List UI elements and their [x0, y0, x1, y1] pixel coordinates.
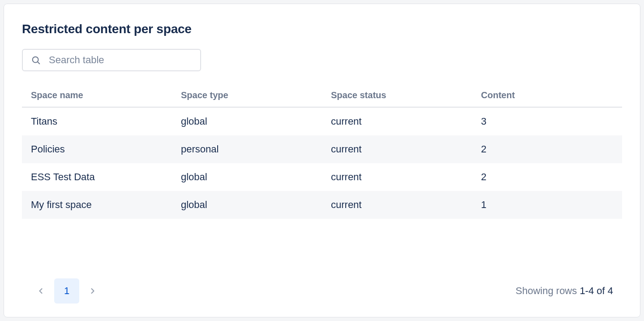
- row-range: 1-4: [580, 285, 594, 296]
- cell-content: 1: [472, 191, 622, 219]
- table-row: Titans global current 3: [22, 107, 622, 135]
- column-header-space-name[interactable]: Space name: [22, 86, 172, 107]
- cell-space-status: current: [322, 135, 472, 163]
- cell-space-status: current: [322, 191, 472, 219]
- table-footer: 1 Showing rows 1-4 of 4: [22, 278, 622, 304]
- chevron-left-icon: [36, 286, 45, 295]
- row-total: 4: [608, 285, 613, 296]
- cell-space-name: ESS Test Data: [22, 163, 172, 191]
- column-header-space-type[interactable]: Space type: [172, 86, 322, 107]
- svg-line-1: [38, 62, 39, 64]
- cell-space-status: current: [322, 107, 472, 135]
- cell-content: 2: [472, 135, 622, 163]
- row-count-info: Showing rows 1-4 of 4: [515, 285, 613, 297]
- cell-space-name: Policies: [22, 135, 172, 163]
- pagination-next-button[interactable]: [83, 281, 103, 301]
- page-title: Restricted content per space: [22, 22, 622, 36]
- cell-space-name: My first space: [22, 191, 172, 219]
- column-header-space-status[interactable]: Space status: [322, 86, 472, 107]
- cell-space-type: global: [172, 163, 322, 191]
- search-input[interactable]: [49, 54, 192, 66]
- cell-space-type: global: [172, 191, 322, 219]
- table-row: ESS Test Data global current 2: [22, 163, 622, 191]
- column-header-content[interactable]: Content: [472, 86, 622, 107]
- spaces-table: Space name Space type Space status Conte…: [22, 86, 622, 219]
- pagination: 1: [31, 278, 103, 304]
- cell-space-status: current: [322, 163, 472, 191]
- cell-content: 3: [472, 107, 622, 135]
- pagination-page-1[interactable]: 1: [54, 278, 79, 304]
- search-icon: [31, 55, 41, 65]
- search-field-wrapper[interactable]: [22, 49, 201, 71]
- table-row: My first space global current 1: [22, 191, 622, 219]
- pagination-prev-button[interactable]: [31, 281, 51, 301]
- table-header-row: Space name Space type Space status Conte…: [22, 86, 622, 107]
- cell-space-type: personal: [172, 135, 322, 163]
- of-label: of: [594, 285, 608, 296]
- table-row: Policies personal current 2: [22, 135, 622, 163]
- showing-label: Showing rows: [515, 285, 580, 296]
- cell-space-type: global: [172, 107, 322, 135]
- cell-space-name: Titans: [22, 107, 172, 135]
- cell-content: 2: [472, 163, 622, 191]
- chevron-right-icon: [88, 286, 97, 295]
- content-card: Restricted content per space Space name …: [4, 4, 640, 317]
